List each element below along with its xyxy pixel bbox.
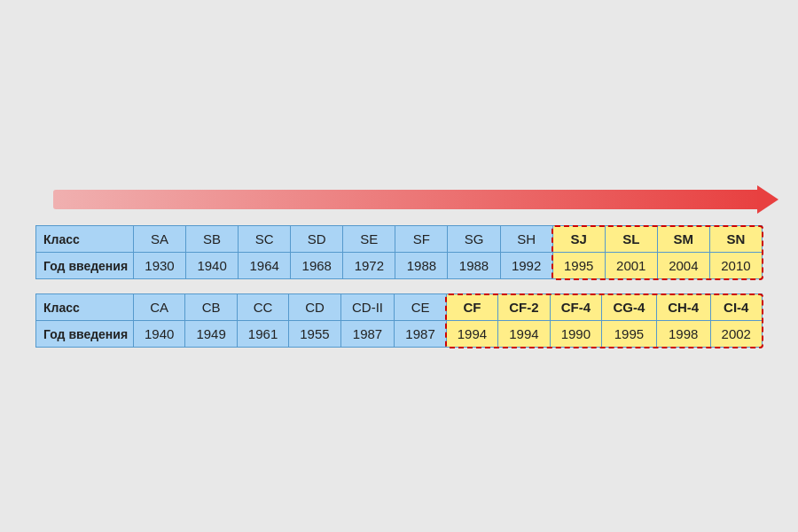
table-cell: 1990	[550, 321, 601, 348]
table-cell: SA	[134, 226, 186, 253]
table-cell: 2002	[710, 321, 762, 348]
table-cell: 1995	[552, 253, 605, 279]
top-table: КлассSASBSCSDSESFSGSHSJSLSMSNГод введени…	[35, 225, 763, 279]
year-header: Год введения	[36, 321, 134, 348]
table-cell: 2004	[657, 253, 709, 279]
table-cell: 1987	[340, 321, 395, 348]
note-box	[755, 283, 763, 290]
table-cell: 2010	[709, 253, 762, 279]
table-cell: CA	[134, 294, 185, 321]
table-cell: 1964	[239, 253, 291, 279]
header-row	[35, 184, 763, 215]
table-cell: 2001	[605, 253, 657, 279]
table-cell: 1968	[291, 253, 343, 279]
table-cell: CE	[395, 294, 446, 321]
table-cell: 1972	[343, 253, 395, 279]
table-cell: SL	[605, 226, 657, 253]
bottom-table-section: КлассCACBCCCDCD-IICECFCF-2CF-4CG-4CH-4CI…	[35, 293, 763, 348]
table-cell: CF-2	[498, 294, 550, 321]
table-cell: 1940	[186, 253, 239, 279]
table-cell: 1940	[134, 321, 185, 348]
table-cell: SM	[657, 226, 709, 253]
table-cell: 1995	[602, 321, 657, 348]
table-cell: 1961	[237, 321, 288, 348]
table-cell: 1998	[656, 321, 710, 348]
table-cell: SG	[448, 226, 500, 253]
table-cell: SB	[186, 226, 239, 253]
table-cell: CH-4	[656, 294, 710, 321]
table-cell: SN	[709, 226, 762, 253]
table-cell: 1930	[134, 253, 186, 279]
class-header: Класс	[36, 294, 134, 321]
year-header: Год введения	[36, 253, 134, 279]
table-cell: CG-4	[602, 294, 657, 321]
table-cell: CI-4	[710, 294, 762, 321]
table-cell: 1994	[498, 321, 550, 348]
table-cell: 1955	[289, 321, 340, 348]
table-cell: CF	[446, 294, 497, 321]
table-cell: 1994	[446, 321, 497, 348]
main-container: КлассSASBSCSDSESFSGSHSJSLSMSNГод введени…	[18, 176, 780, 356]
table-cell: CD	[289, 294, 340, 321]
table-cell: 1949	[185, 321, 237, 348]
table-cell: CD-II	[340, 294, 395, 321]
table-cell: CB	[185, 294, 237, 321]
table-cell: 1992	[500, 253, 552, 279]
gradient-bar	[53, 190, 763, 209]
table-cell: CF-4	[550, 294, 601, 321]
arrow-container	[53, 184, 763, 215]
top-table-section: КлассSASBSCSDSESFSGSHSJSLSMSNГод введени…	[35, 225, 763, 279]
table-cell: SF	[395, 226, 448, 253]
table-cell: CC	[237, 294, 288, 321]
class-header: Класс	[36, 226, 134, 253]
table-cell: 1988	[448, 253, 500, 279]
table-cell: SJ	[552, 226, 605, 253]
table-cell: SH	[500, 226, 552, 253]
table-cell: SC	[239, 226, 291, 253]
table-cell: 1988	[395, 253, 448, 279]
table-cell: 1987	[395, 321, 446, 348]
arrow-icon	[757, 185, 778, 214]
table-cell: SD	[291, 226, 343, 253]
table-cell: SE	[343, 226, 395, 253]
bottom-table: КлассCACBCCCDCD-IICECFCF-2CF-4CG-4CH-4CI…	[35, 293, 763, 348]
